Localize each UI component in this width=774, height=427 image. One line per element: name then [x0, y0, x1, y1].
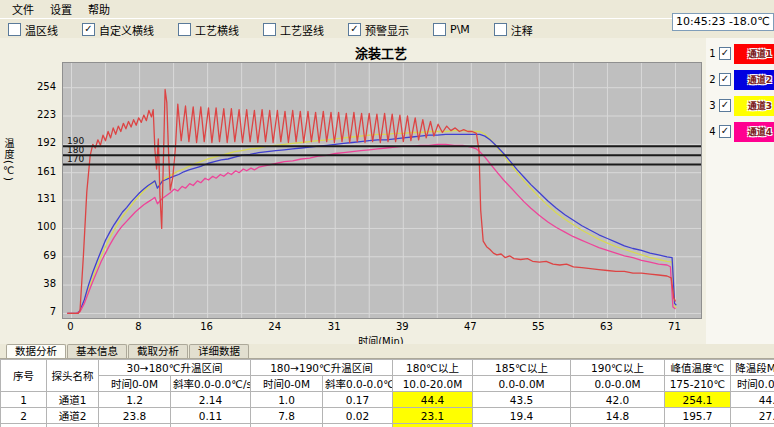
x-axis-tick-63: 63 [586, 321, 626, 332]
table-row: 3通道320.20.125.50.0326.423.920.5204.028.6 [1, 424, 774, 427]
table-cell: 0.02 [323, 408, 393, 424]
tab-3[interactable]: 详细数据 [189, 344, 249, 358]
toolbar-checkbox-2[interactable] [178, 23, 191, 36]
toolbar-option-label: 注释 [511, 22, 533, 38]
tab-1[interactable]: 基本信息 [67, 344, 127, 358]
x-axis-tick-16: 16 [187, 321, 227, 332]
channel-legend: 1✓通道12✓通道23✓通道34✓通道4 [706, 38, 774, 344]
table-cell: 5.5 [251, 424, 323, 427]
x-axis-tick-39: 39 [382, 321, 422, 332]
table-cell: 204.0 [665, 424, 731, 427]
y-axis-label: 温度(℃) [1, 138, 16, 182]
toolbar-checkbox-1[interactable]: ✓ [82, 23, 95, 36]
table-cell: 3 [1, 424, 47, 427]
toolbar-checkbox-0[interactable] [8, 23, 21, 36]
table-cell: 23.1 [393, 408, 473, 424]
col-group-header-2: 180℃以上 [393, 360, 473, 376]
temperature-plot[interactable]: 190180170 [62, 62, 702, 319]
x-axis-tick-31: 31 [314, 321, 354, 332]
toolbar-checkbox-3[interactable] [263, 23, 276, 36]
col-group-header-0: 30→180℃升温区间 [99, 360, 251, 376]
legend-row-channel-2: 2✓通道2 [708, 69, 774, 90]
tab-2[interactable]: 截取分析 [128, 344, 188, 358]
table-cell: 195.7 [665, 408, 731, 424]
x-axis-tick-8: 8 [119, 321, 159, 332]
table-cell: 通道2 [47, 408, 99, 424]
toolbar-checkbox-6[interactable] [494, 23, 507, 36]
menu-item-1[interactable]: 设置 [42, 0, 80, 19]
col-subheader-2-0: 10.0-20.0M [393, 376, 473, 392]
channel-color-swatch-1[interactable]: 通道1 [734, 44, 774, 64]
toolbar-checkbox-5[interactable] [433, 23, 446, 36]
bottom-tab-strip: 数据分析基本信息截取分析详细数据 [0, 344, 774, 359]
channel-number: 1 [708, 48, 716, 59]
table-cell: 44.3 [731, 392, 774, 408]
table-cell: 43.5 [473, 392, 571, 408]
x-axis-tick-0: 0 [51, 321, 91, 332]
toolbar-checkbox-4[interactable]: ✓ [348, 23, 361, 36]
x-axis-tick-71: 71 [654, 321, 694, 332]
col-subheader-5-0: 175-210℃ [665, 376, 731, 392]
chart-title: 涂装工艺 [62, 43, 700, 62]
channel-number: 2 [708, 74, 716, 85]
table-cell: 44.4 [393, 392, 473, 408]
toolbar-option-2[interactable]: 工艺横线 [178, 22, 239, 38]
toolbar-option-3[interactable]: 工艺竖线 [263, 22, 324, 38]
tab-0[interactable]: 数据分析 [6, 344, 66, 358]
table-cell: 2 [1, 408, 47, 424]
toolbar-option-5[interactable]: P\M [433, 23, 470, 36]
y-axis-tick-161: 161 [16, 167, 56, 177]
col-group-header-1: 180→190℃升温区间 [251, 360, 393, 376]
toolbar-option-label: 工艺横线 [195, 22, 239, 38]
toolbar-option-0[interactable]: 温区线 [8, 22, 58, 38]
col-subheader-3-0: 0.0-0.0M [473, 376, 571, 392]
channel-number: 4 [708, 126, 716, 137]
legend-row-channel-3: 3✓通道3 [708, 95, 774, 116]
menu-item-0[interactable]: 文件 [4, 0, 42, 19]
chart-panel: 涂装工艺 温度(℃) 190180170 2542231921611311006… [0, 38, 706, 344]
time-temperature-display: 10:45:23 -18.0℃ [672, 13, 774, 31]
table-cell: 20.5 [571, 424, 665, 427]
table-cell: 26.4 [393, 424, 473, 427]
toolbar-option-label: P\M [450, 23, 470, 36]
col-subheader-0-1: 斜率0.0-0.0℃/s [171, 376, 251, 392]
table-cell: 2.14 [171, 392, 251, 408]
x-axis-tick-47: 47 [450, 321, 490, 332]
series-通道1 [67, 90, 675, 314]
toolbar-option-label: 工艺竖线 [280, 22, 324, 38]
toolbar-option-6[interactable]: 注释 [494, 22, 533, 38]
channel-color-swatch-4[interactable]: 通道4 [734, 122, 774, 142]
table-cell: 0.12 [171, 424, 251, 427]
table-cell: 23.8 [99, 408, 171, 424]
toolbar-option-4[interactable]: ✓预警显示 [348, 22, 409, 38]
col-subheader-6-0: 时间0.0-0.0M [731, 376, 774, 392]
y-axis-tick-7: 7 [16, 307, 56, 317]
col-header-probe-name: 探头名称 [47, 360, 99, 392]
x-axis-tick-55: 55 [518, 321, 558, 332]
analysis-table-container: 序号探头名称30→180℃升温区间180→190℃升温区间180℃以上185℃以… [0, 359, 774, 427]
plot-canvas: 190180170 [63, 63, 701, 318]
channel-visibility-checkbox-4[interactable]: ✓ [719, 125, 732, 138]
channel-number: 3 [708, 100, 716, 111]
col-group-header-4: 190℃以上 [571, 360, 665, 376]
y-axis-tick-100: 100 [16, 222, 56, 232]
menu-item-2[interactable]: 帮助 [80, 0, 118, 19]
table-cell: 0.03 [323, 424, 393, 427]
col-group-header-6: 降温段MAX→3 [731, 360, 774, 376]
col-subheader-0-0: 时间0-0M [99, 376, 171, 392]
channel-visibility-checkbox-2[interactable]: ✓ [719, 73, 732, 86]
toolbar-option-1[interactable]: ✓自定义横线 [82, 22, 154, 38]
legend-row-channel-4: 4✓通道4 [708, 121, 774, 142]
menu-bar: 文件设置帮助 [0, 0, 774, 18]
toolbar-option-label: 自定义横线 [99, 22, 154, 38]
table-cell: 23.9 [473, 424, 571, 427]
col-group-header-5: 峰值温度℃ [665, 360, 731, 376]
col-group-header-3: 185℃以上 [473, 360, 571, 376]
channel-visibility-checkbox-1[interactable]: ✓ [719, 47, 732, 60]
toolbar-option-label: 温区线 [25, 22, 58, 38]
channel-color-swatch-2[interactable]: 通道2 [734, 70, 774, 90]
y-axis-tick-254: 254 [16, 82, 56, 92]
channel-visibility-checkbox-3[interactable]: ✓ [719, 99, 732, 112]
channel-color-swatch-3[interactable]: 通道3 [734, 96, 774, 116]
table-cell: 20.2 [99, 424, 171, 427]
